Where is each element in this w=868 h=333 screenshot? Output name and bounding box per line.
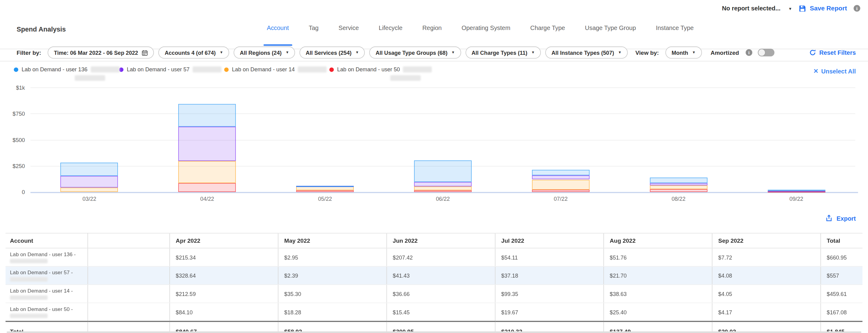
x-axis-label: 04/22 bbox=[190, 196, 224, 202]
column-header: Aug 2022 bbox=[603, 233, 712, 248]
filter-by-label: Filter by: bbox=[17, 49, 41, 56]
tab-instance-type[interactable]: Instance Type bbox=[656, 25, 693, 46]
legend-item-row: Lab on Demand - user 57 bbox=[119, 66, 224, 72]
bar-segment[interactable] bbox=[532, 190, 590, 192]
unselect-all-label: Unselect All bbox=[821, 68, 856, 74]
bar-segment[interactable] bbox=[414, 187, 472, 190]
column-header: Jun 2022 bbox=[386, 233, 495, 248]
filter-pills: Accounts 4 (of 674)▼All Regions (24)▼All… bbox=[159, 46, 627, 59]
value-cell: $660.95 bbox=[820, 248, 863, 267]
account-cell: Lab on Demand - user 57 - bbox=[5, 266, 87, 285]
bar-segment[interactable] bbox=[650, 185, 707, 189]
x-axis-line bbox=[30, 192, 858, 193]
reset-filters-button[interactable]: Reset Filters bbox=[809, 49, 856, 56]
bar-segment[interactable] bbox=[178, 127, 236, 161]
bar-segment[interactable] bbox=[650, 189, 707, 192]
tab-usage-type-group[interactable]: Usage Type Group bbox=[585, 25, 636, 46]
column-header: May 2022 bbox=[278, 233, 386, 248]
value-cell: $19.67 bbox=[495, 303, 603, 322]
redacted-text bbox=[10, 295, 48, 300]
toggle-knob bbox=[758, 49, 765, 56]
tab-account[interactable]: Account bbox=[267, 25, 289, 46]
value-cell: $36.66 bbox=[386, 285, 495, 303]
amortized-toggle[interactable] bbox=[758, 49, 774, 56]
legend-item[interactable]: Lab on Demand - user 50 bbox=[329, 66, 434, 81]
bar-segment[interactable] bbox=[178, 104, 236, 127]
filter-dropdown-regions[interactable]: All Regions (24)▼ bbox=[234, 46, 295, 59]
tab-operating-system[interactable]: Operating System bbox=[462, 25, 510, 46]
chevron-down-icon: ▼ bbox=[285, 51, 289, 55]
tab-charge-type[interactable]: Charge Type bbox=[530, 25, 565, 46]
table-row: Lab on Demand - user 50 -$84.10$18.28$15… bbox=[5, 303, 863, 322]
legend-item[interactable]: Lab on Demand - user 57 bbox=[119, 66, 224, 81]
legend-color-dot bbox=[119, 67, 123, 72]
bar-segment[interactable] bbox=[61, 188, 118, 192]
filter-dropdown-4[interactable]: Accounts 4 (of 674)▼ bbox=[159, 46, 229, 59]
x-axis-label: 09/22 bbox=[780, 196, 813, 202]
reset-icon bbox=[809, 49, 816, 56]
time-range-filter[interactable]: Time: 06 Mar 2022 - 06 Sep 2022 bbox=[48, 46, 154, 59]
bar-segment[interactable] bbox=[768, 190, 825, 191]
legend-item[interactable]: Lab on Demand - user 136 bbox=[14, 66, 119, 81]
filter-dropdown-usage[interactable]: All Usage Type Groups (68)▼ bbox=[369, 46, 461, 59]
bar-segment[interactable] bbox=[414, 182, 472, 187]
bar-segment[interactable] bbox=[532, 179, 590, 190]
tab-region[interactable]: Region bbox=[422, 25, 442, 46]
bar-segment[interactable] bbox=[296, 186, 354, 187]
spend-analysis-page: No report selected... ▼ Save Report i Sp… bbox=[0, 0, 868, 333]
value-cell: $38.63 bbox=[603, 285, 712, 303]
filter-dropdown-instance[interactable]: All Instance Types (507)▼ bbox=[546, 46, 628, 59]
bar-segment[interactable] bbox=[414, 160, 472, 182]
bar-segment[interactable] bbox=[532, 176, 590, 180]
chevron-down-icon: ▼ bbox=[531, 51, 535, 55]
redacted-text bbox=[390, 75, 421, 81]
redacted-text bbox=[193, 66, 222, 72]
view-by-label: View by: bbox=[635, 49, 659, 56]
legend-item-label: Lab on Demand - user 50 bbox=[337, 66, 400, 72]
legend-items: Lab on Demand - user 136Lab on Demand - … bbox=[14, 66, 435, 81]
value-cell: $2.39 bbox=[278, 266, 386, 285]
amortized-label: Amortized bbox=[711, 49, 739, 56]
tab-service[interactable]: Service bbox=[338, 25, 359, 46]
value-cell: $21.70 bbox=[603, 266, 712, 285]
account-cell: Lab on Demand - user 136 - bbox=[5, 248, 87, 267]
bar-segment[interactable] bbox=[650, 177, 707, 183]
title-bar: Spend Analysis AccountTagServiceLifecycl… bbox=[0, 0, 868, 49]
value-cell: $557 bbox=[820, 266, 863, 285]
bar-segment[interactable] bbox=[61, 163, 118, 176]
legend-color-dot bbox=[329, 67, 334, 72]
bar-segment[interactable] bbox=[414, 190, 472, 192]
filter-dropdown-services[interactable]: All Services (254)▼ bbox=[300, 46, 365, 59]
value-cell: $54.11 bbox=[495, 248, 603, 267]
x-axis-label: 07/22 bbox=[544, 196, 577, 202]
table-row: Lab on Demand - user 136 -$215.34$2.95$2… bbox=[5, 248, 863, 267]
view-by-dropdown[interactable]: Month ▼ bbox=[665, 46, 702, 59]
tab-bar: AccountTagServiceLifecycleRegionOperatin… bbox=[267, 25, 694, 46]
column-spacer bbox=[88, 233, 169, 248]
bar-segment[interactable] bbox=[296, 190, 354, 192]
x-axis-label: 06/22 bbox=[426, 196, 459, 202]
horizontal-scrollbar[interactable] bbox=[7, 331, 862, 333]
account-cell: Lab on Demand - user 50 - bbox=[5, 303, 87, 322]
page-title: Spend Analysis bbox=[17, 25, 66, 33]
bar-segment[interactable] bbox=[178, 161, 236, 183]
y-axis-tick-label: $250 bbox=[0, 163, 25, 169]
legend-color-dot bbox=[224, 67, 228, 72]
gridline bbox=[30, 140, 855, 140]
export-button[interactable]: Export bbox=[826, 214, 856, 222]
bar-segment[interactable] bbox=[532, 170, 590, 175]
x-axis-label: 05/22 bbox=[308, 196, 341, 202]
bar-segment[interactable] bbox=[61, 176, 118, 188]
spend-table: AccountApr 2022May 2022Jun 2022Jul 2022A… bbox=[5, 233, 863, 333]
filter-dropdown-charge[interactable]: All Charge Types (11)▼ bbox=[466, 46, 541, 59]
spend-table-container: AccountApr 2022May 2022Jun 2022Jul 2022A… bbox=[5, 233, 863, 333]
bar-segment[interactable] bbox=[650, 183, 707, 185]
y-axis-tick-label: $500 bbox=[0, 137, 25, 143]
unselect-all-button[interactable]: ✕ Unselect All bbox=[813, 68, 856, 75]
bar-segment[interactable] bbox=[178, 183, 236, 192]
legend-item[interactable]: Lab on Demand - user 14 bbox=[224, 66, 329, 81]
tab-lifecycle[interactable]: Lifecycle bbox=[379, 25, 402, 46]
tab-tag[interactable]: Tag bbox=[309, 25, 318, 46]
value-cell: $84.10 bbox=[169, 303, 278, 322]
info-icon[interactable]: i bbox=[745, 49, 752, 56]
